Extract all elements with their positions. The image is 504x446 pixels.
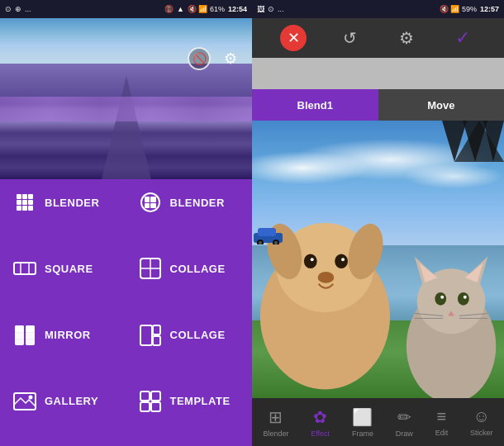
nav-blender[interactable]: ⊞ Blender — [263, 407, 288, 438]
svg-rect-52 — [258, 228, 276, 236]
right-status-left: 🖼 ⊙ ... — [257, 5, 284, 13]
collage1-button[interactable]: COLLAGE — [127, 247, 251, 290]
edit-nav-icon: ≡ — [437, 407, 447, 426]
collage1-svg-icon — [140, 258, 161, 279]
nav-draw[interactable]: ✏ Draw — [396, 407, 413, 438]
mirror-label: MIRROR — [45, 329, 91, 341]
template-label: TEMPLATE — [170, 395, 231, 407]
cat-svg — [398, 237, 504, 398]
edit-nav-label: Edit — [435, 429, 449, 437]
svg-point-45 — [464, 296, 467, 299]
nav-sticker[interactable]: ☺ Sticker — [470, 407, 493, 437]
right-status-right: 🔇 📶 59% 12:57 — [440, 5, 499, 13]
mirror-button[interactable]: MIRROR — [2, 314, 126, 357]
mirror-svg-icon — [14, 325, 36, 346]
battery-label: 🔇 📶 61% — [188, 5, 225, 13]
svg-point-42 — [435, 292, 446, 306]
svg-rect-22 — [151, 402, 160, 411]
svg-rect-10 — [15, 333, 24, 339]
cg-cell — [150, 197, 156, 202]
top-controls: ✕ ↺ ⚙ ✓ — [252, 18, 504, 58]
svg-rect-0 — [14, 263, 36, 274]
settings-icon[interactable]: ⚙ — [219, 47, 242, 70]
effect-nav-label: Effect — [311, 429, 330, 438]
grid-cell — [28, 194, 33, 199]
blender1-button[interactable]: BLENDER — [2, 181, 126, 224]
grid-cell — [22, 200, 27, 205]
more-icon: ... — [25, 5, 31, 13]
blender1-icon — [13, 191, 36, 214]
tab-blend1[interactable]: Blend1 — [252, 89, 378, 121]
nav-effect[interactable]: ✿ Effect — [311, 407, 330, 438]
template-button[interactable]: TEMPLATE — [127, 380, 251, 423]
photo-area — [252, 121, 504, 398]
clock-icon: ⊙ — [5, 5, 12, 13]
gallery-svg-icon — [13, 392, 36, 410]
collage1-icon — [139, 257, 162, 280]
road-center — [102, 76, 151, 179]
blender-nav-label: Blender — [263, 429, 288, 438]
svg-point-56 — [274, 241, 278, 244]
left-status-right: 📵 ▲ 🔇 📶 61% 12:54 — [164, 5, 247, 13]
grid-cell — [22, 206, 27, 211]
square-icon — [13, 257, 36, 280]
svg-rect-9 — [26, 325, 35, 332]
draw-nav-label: Draw — [396, 429, 413, 438]
cg-cell — [145, 203, 150, 209]
blender2-button[interactable]: BLENDER — [127, 181, 251, 224]
bottom-nav: ⊞ Blender ✿ Effect ⬜ Frame ✏ Draw ≡ Edit… — [252, 398, 504, 446]
svg-point-32 — [335, 254, 348, 269]
refresh-button[interactable]: ↺ — [336, 25, 363, 51]
frame-nav-label: Frame — [352, 429, 373, 438]
collage2-button[interactable]: COLLAGE — [127, 314, 251, 357]
mirror-icon — [13, 324, 36, 347]
more-dots: ... — [278, 5, 284, 13]
grid-cell — [17, 206, 21, 211]
confirm-button[interactable]: ✓ — [449, 25, 476, 51]
dog-image — [252, 170, 398, 398]
close-button[interactable]: ✕ — [280, 25, 307, 51]
svg-point-44 — [440, 296, 444, 299]
collage1-label: COLLAGE — [170, 263, 226, 275]
no-ads-icon[interactable]: 🚫 — [188, 47, 211, 70]
svg-rect-13 — [26, 339, 35, 345]
lavender-left — [0, 97, 252, 121]
car-image — [254, 226, 283, 244]
template-svg-icon — [140, 391, 161, 412]
svg-rect-8 — [15, 325, 24, 332]
cg-cell — [145, 197, 150, 202]
svg-point-34 — [341, 259, 345, 262]
grid-cell — [17, 194, 21, 199]
frame-nav-icon: ⬜ — [352, 407, 373, 427]
canvas-preview — [252, 58, 504, 89]
right-battery: 🔇 📶 59% — [440, 5, 477, 13]
square-label: SQUARE — [45, 263, 93, 275]
tab-move[interactable]: Move — [378, 89, 505, 121]
circle-grid-icon — [140, 192, 160, 212]
collage2-label: COLLAGE — [170, 329, 226, 341]
tab-move-label: Move — [427, 99, 454, 112]
right-time: 12:57 — [480, 5, 499, 13]
svg-rect-11 — [26, 333, 35, 339]
tab-blend1-label: Blend1 — [297, 99, 333, 112]
grid-cell — [28, 200, 33, 205]
signal-icon: 📵 — [164, 5, 174, 13]
edit-settings-button[interactable]: ⚙ — [393, 25, 420, 51]
dog-svg — [252, 170, 398, 398]
cg-cell — [150, 203, 156, 209]
svg-point-55 — [259, 241, 262, 244]
grid-cell — [28, 206, 33, 211]
blender-nav-icon: ⊞ — [269, 407, 283, 427]
left-panel: ⊙ ⊕ ... 📵 ▲ 🔇 📶 61% 12:54 🚫 ⚙ — [0, 0, 252, 446]
nav-edit[interactable]: ≡ Edit — [435, 407, 449, 437]
time-label: 12:54 — [228, 5, 247, 13]
car-svg — [254, 226, 283, 244]
square-button[interactable]: SQUARE — [2, 247, 126, 290]
svg-point-18 — [29, 395, 33, 399]
wifi-icon: ▲ — [177, 5, 184, 13]
svg-point-33 — [311, 259, 314, 262]
nav-frame[interactable]: ⬜ Frame — [352, 407, 373, 438]
gallery-button[interactable]: GALLERY — [2, 380, 126, 423]
gallery-icon — [13, 390, 36, 413]
tabs-row: Blend1 Move — [252, 89, 504, 121]
